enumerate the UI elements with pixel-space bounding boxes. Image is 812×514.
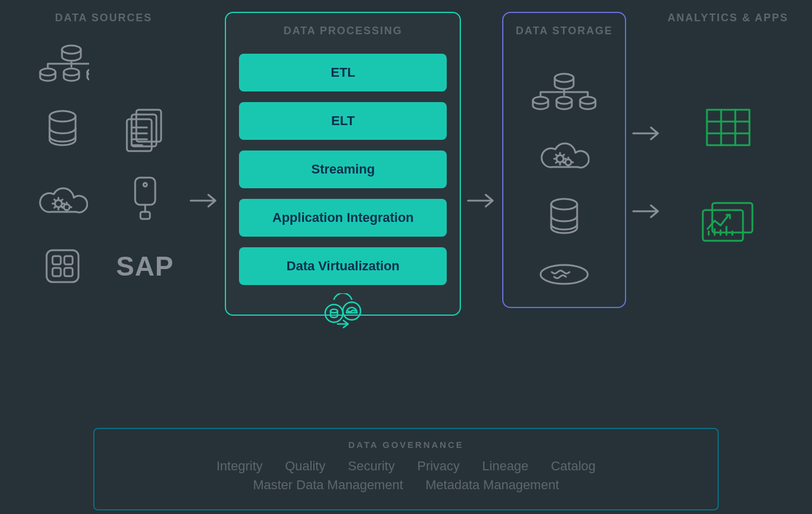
column-data-storage: DATA STORAGE: [502, 12, 626, 308]
column-analytics-apps: ANALYTICS & APPS: [667, 12, 788, 245]
source-icon-grid: SAP: [36, 39, 172, 290]
sap-label: SAP: [119, 243, 172, 290]
data-flow-badge-icon: [319, 293, 367, 332]
applications-icon: [36, 243, 89, 290]
gov-item-integrity: Integrity: [217, 459, 263, 474]
flow-arrow-sources-to-processing: [184, 12, 225, 389]
column-title-analytics: ANALYTICS & APPS: [667, 12, 788, 24]
column-title-processing: DATA PROCESSING: [283, 25, 402, 37]
processing-item-elt: ELT: [239, 102, 447, 140]
distributed-database-icon: [36, 39, 89, 86]
flow-arrow-icon: [631, 124, 663, 143]
processing-item-etl: ETL: [239, 54, 447, 91]
dashboard-icon: [699, 198, 758, 245]
governance-row-1: Integrity Quality Security Privacy Linea…: [106, 459, 706, 474]
pipeline-columns: DATA SOURCES SAP: [24, 12, 788, 395]
server-icon: [119, 175, 172, 222]
gov-item-mdm: Master Data Management: [253, 477, 403, 493]
gov-item-catalog: Catalog: [551, 459, 595, 474]
flow-arrow-icon: [631, 202, 663, 221]
governance-title: DATA GOVERNANCE: [106, 440, 706, 450]
flow-arrows-storage-to-analytics: [626, 12, 667, 389]
processing-item-data-virtualization: Data Virtualization: [239, 247, 447, 285]
data-lake-icon: [535, 260, 594, 289]
column-data-sources: DATA SOURCES SAP: [24, 12, 184, 290]
data-governance-panel: DATA GOVERNANCE Integrity Quality Securi…: [93, 428, 719, 510]
gov-item-metadata: Metadata Management: [425, 477, 559, 493]
column-data-processing: DATA PROCESSING ETL ELT Streaming Applic…: [225, 12, 461, 316]
column-title-storage: DATA STORAGE: [516, 25, 613, 37]
flow-arrow-processing-to-storage: [461, 12, 502, 389]
gov-item-quality: Quality: [285, 459, 325, 474]
processing-item-streaming: Streaming: [239, 150, 447, 188]
cloud-services-icon: [36, 175, 89, 222]
governance-row-2: Master Data Management Metadata Manageme…: [106, 477, 706, 493]
documents-icon: [119, 107, 172, 154]
storage-box: DATA STORAGE: [502, 12, 626, 308]
analytics-grid-icon: [702, 104, 755, 151]
gov-item-lineage: Lineage: [482, 459, 528, 474]
processing-item-application-integration: Application Integration: [239, 199, 447, 237]
gov-item-privacy: Privacy: [417, 459, 460, 474]
database-icon: [36, 107, 89, 154]
processing-box: DATA PROCESSING ETL ELT Streaming Applic…: [225, 12, 461, 316]
gov-item-security: Security: [348, 459, 394, 474]
data-warehouse-icon: [529, 70, 600, 112]
cloud-storage-icon: [538, 130, 591, 177]
database-storage-icon: [538, 195, 591, 242]
column-title-sources: DATA SOURCES: [55, 12, 152, 24]
